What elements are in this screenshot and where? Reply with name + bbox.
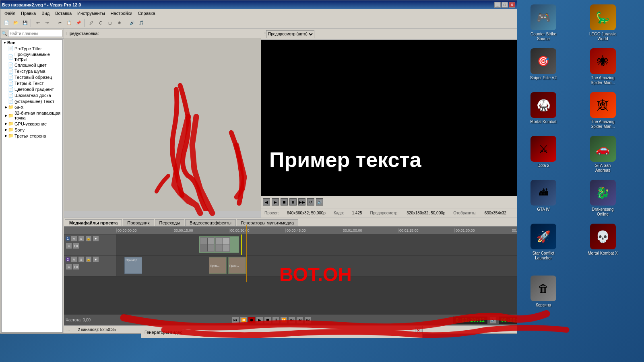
menu-settings[interactable]: Настройки [108,10,135,16]
tool6[interactable]: 🎵 [137,19,146,27]
amazing-spider2-label: The Amazing Spider-Man... [587,119,619,129]
maximize-button[interactable]: □ [502,2,508,8]
timeline-rewind[interactable]: ⏪ [240,317,247,324]
tree-item-chess[interactable]: 📄 Шахматная доска [6,92,62,98]
new-btn[interactable]: 📄 [2,19,11,27]
track-1-lock[interactable]: 🔒 [85,235,92,242]
track-2-fx[interactable]: FX [73,263,79,270]
save-btn[interactable]: 💾 [21,19,29,27]
timeline-stop2[interactable]: ⏹ [264,317,271,324]
stop-btn[interactable]: ⏹ [281,198,288,206]
icon-amazing-spider2[interactable]: 🕸 The Amazing Spider-Man... [585,90,621,132]
next-frame-btn[interactable]: ▶▶ [298,198,305,206]
minimize-button[interactable]: _ [494,2,501,8]
icon-counter-strike[interactable]: 🎮 Counter Strike Source [525,2,561,44]
timeline-next[interactable]: ⏭ [304,317,312,324]
preview-mode-select[interactable]: Предпросмотр (авто) [266,30,314,38]
pause-btn[interactable]: ⏸ [289,198,297,206]
volume-btn[interactable]: 🔊 [316,198,323,206]
tree-group-gpu[interactable]: ▶ 📁 GPU-ускорение [3,121,62,127]
tree-item-solid[interactable]: 📄 Сплошной цвет [6,62,62,68]
prev-frame-btn[interactable]: ◀ [263,198,270,206]
tree-root[interactable]: ▼ Все [2,40,62,45]
track-2-solo[interactable]: S [78,256,85,263]
dialog-close-button[interactable]: ✕ [415,327,421,333]
track-2-comp[interactable]: ⊕ [66,263,72,270]
menu-tools[interactable]: Инструменты [75,10,107,16]
icon-amazing-spider1[interactable]: 🕷 The Amazing Spider-Man... [585,46,621,88]
tree-group-32bit[interactable]: ▶ 📁 32-битная плавающая точка [3,110,62,121]
search-input[interactable] [8,30,62,37]
timeline-record-btn[interactable]: ⏺ [248,317,255,324]
track-2-menu[interactable]: ▼ [93,256,99,263]
tree-item-test[interactable]: 📄 Тестовый образец [6,74,62,80]
menu-view[interactable]: Вид [39,10,52,16]
icon-dota2[interactable]: ⚔ Dota 2 [525,134,561,175]
tab-effects[interactable]: Видеоспецэффекты [185,219,236,226]
timeline-pause2[interactable]: ⏸ [272,317,279,324]
tree-group-gfx[interactable]: ▶ 📁 GFX [3,104,62,110]
tree-item-titles[interactable]: 📄 Титры & Текст [6,80,62,86]
track-1-content[interactable] [116,234,517,255]
tool3[interactable]: ◻ [105,19,114,27]
icon-lego-jurassic[interactable]: 🦕 LEGO Jurassic World [585,2,621,44]
icon-gta-sa[interactable]: 🚗 GTA San Andreas [585,134,621,175]
icon-mortal-kombat[interactable]: 🥋 Mortal Kombat [525,90,561,132]
tree-item-gradient[interactable]: 📄 Цветовой градиент [6,86,62,92]
timeline-fast-forward[interactable]: ⏩ [280,317,287,324]
track-2-content[interactable]: Пример Прим... Прим... [116,255,517,276]
tool5[interactable]: 🔊 [128,19,136,27]
tree-item-legacy[interactable]: 📄 (устаревшее) Текст [6,98,62,104]
track-2-clip-small[interactable]: Пример [124,257,142,274]
redo-btn[interactable]: ↪ [43,19,52,27]
sep1 [31,19,32,27]
track-1-solo[interactable]: S [78,235,85,242]
tab-generators[interactable]: Генераторы мультимедиа [237,219,298,226]
track-2-clip-1[interactable]: Прим... [209,257,227,274]
icon-sniper-elite[interactable]: 🎯 Sniper Elite V2 [525,46,561,88]
tree-item-scroll[interactable]: 📄 Прокручиваемые титры [6,51,62,62]
file-icon2: 📄 [8,54,14,60]
timeline-play-btn[interactable]: ⏮ [232,317,239,324]
menu-file[interactable]: Файл [2,10,18,16]
icon-drakensang[interactable]: 🐉 Drakensang Online [585,177,621,219]
tool4[interactable]: ⊕ [115,19,124,27]
tree-group-sony[interactable]: ▶ 📁 Sony [3,127,62,133]
track-1-menu[interactable]: ▼ [93,235,99,242]
tree-item-noise[interactable]: 📄 Текстура шума [6,68,62,74]
track-1-comp[interactable]: ⊕ [66,243,72,249]
track-2-clip-2[interactable]: Прим... [228,257,246,274]
paste-btn[interactable]: 📌 [74,19,83,27]
close-button[interactable]: ✕ [509,2,515,8]
tool2[interactable]: ⬡ [96,19,105,27]
menu-help[interactable]: Справка [136,10,158,16]
copy-btn[interactable]: 📋 [65,19,74,27]
play-btn[interactable]: ▶ [272,198,279,206]
track-1-clip-1[interactable] [199,236,239,253]
track-2-lock[interactable]: 🔒 [85,256,92,263]
icon-gta4[interactable]: 🏙 GTA IV [525,177,561,219]
timeline-prev[interactable]: ⏮ [296,317,303,324]
timeline-play2[interactable]: ▶ [256,317,263,324]
icon-star-conflict[interactable]: 🚀 Star Conflict Launcher [525,221,561,263]
track-1-fx[interactable]: FX [73,243,79,249]
project-info-label: Проект: [264,211,279,215]
tree-item-protype[interactable]: 📄 ProType Titler [6,45,62,51]
loop-btn[interactable]: ↺ [307,198,314,206]
undo-btn[interactable]: ↩ [33,19,42,27]
tab-transitions[interactable]: Переходы [155,219,185,226]
timeline-end[interactable]: ⏭ [288,317,295,324]
menu-edit[interactable]: Правка [19,10,38,16]
track-2-mute[interactable]: M [71,256,77,263]
tab-media[interactable]: Медиафайлы проекта [65,219,122,226]
tab-explorer[interactable]: Проводник [123,219,154,226]
timeline-zoom-in[interactable]: 🔊 [489,317,497,324]
open-btn[interactable]: 📂 [11,19,20,27]
menu-insert[interactable]: Вставка [53,10,74,16]
tool1[interactable]: 🖊 [87,19,96,27]
track-1-mute[interactable]: M [71,235,77,242]
cut-btn[interactable]: ✂ [56,19,64,27]
tree-group-thirdparty[interactable]: ▶ 📁 Третья сторона [3,133,62,139]
icon-recycle[interactable]: 🗑 Корзина [525,273,561,310]
icon-mortal-kombat-x[interactable]: 💀 Mortal Kombat X [585,221,621,263]
